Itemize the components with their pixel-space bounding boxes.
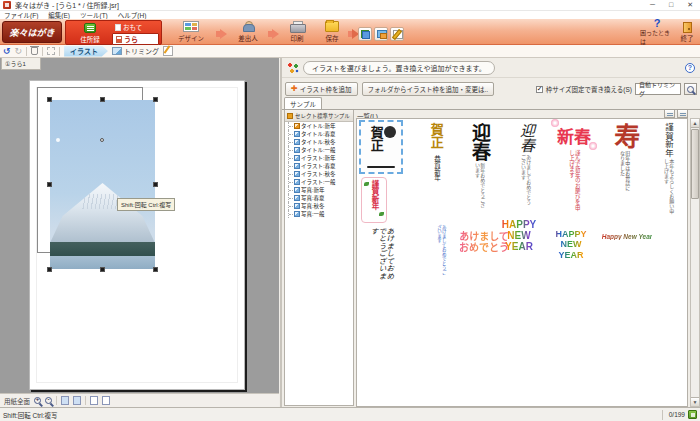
- resize-handle[interactable]: [153, 97, 158, 102]
- layout-button[interactable]: [374, 27, 388, 41]
- tree-item[interactable]: 写真:一般: [285, 210, 353, 218]
- scrollbar-thumb[interactable]: [691, 129, 699, 199]
- resize-handle[interactable]: [47, 267, 52, 272]
- category-icon: [294, 203, 300, 209]
- copy-page-icon[interactable]: [102, 396, 110, 405]
- category-icon: [294, 139, 300, 145]
- scroll-up-icon[interactable]: ▲: [691, 119, 699, 128]
- trimming-icon: [112, 47, 122, 55]
- edit-pen-button[interactable]: [390, 27, 404, 41]
- help-button[interactable]: ? 困ったときは: [640, 21, 674, 43]
- tree-item[interactable]: 写真:春夏: [285, 194, 353, 202]
- gallery-scrollbar[interactable]: ▲ ▼: [690, 118, 700, 407]
- category-icon: [294, 211, 300, 217]
- resize-handle[interactable]: [100, 267, 105, 272]
- rotate-anchor[interactable]: [100, 138, 104, 142]
- tree-item[interactable]: イラスト:春夏: [285, 162, 353, 170]
- trimming-label: トリミング: [124, 46, 159, 56]
- tree-item[interactable]: イラスト:一般: [285, 178, 353, 186]
- add-page-icon[interactable]: [90, 396, 98, 405]
- tree-item[interactable]: 写真:新年: [285, 186, 353, 194]
- gallery-item[interactable]: あけましておめでとうございます: [363, 227, 399, 287]
- add-frame-label: イラスト枠を追加: [300, 84, 352, 94]
- resize-handle[interactable]: [100, 97, 105, 102]
- workflow-arrow-icon: [220, 29, 227, 39]
- trimming-button[interactable]: トリミング: [112, 46, 159, 56]
- rotate-right-icon[interactable]: [73, 396, 81, 405]
- edit-toolbar: ↺ ↻ イラスト トリミング: [0, 45, 700, 58]
- fixed-size-checkbox[interactable]: [536, 86, 543, 93]
- tree-item[interactable]: イラスト:新年: [285, 154, 353, 162]
- save-label: 保存: [326, 33, 339, 43]
- sender-button[interactable]: 差出人: [230, 21, 266, 43]
- view-small-button[interactable]: [664, 109, 675, 118]
- add-frame-button[interactable]: ✚ イラスト枠を追加: [285, 82, 358, 96]
- gallery-item[interactable]: HAPPY NEW YEAR: [545, 229, 597, 259]
- minimize-button[interactable]: ─: [650, 1, 655, 9]
- leaf-icon: [379, 212, 384, 216]
- print-button[interactable]: 印刷: [281, 21, 313, 43]
- resize-handle[interactable]: [153, 182, 158, 187]
- gallery-item[interactable]: 賀正 恭賀新年: [421, 123, 451, 235]
- scroll-down-icon[interactable]: ▼: [691, 397, 699, 406]
- undo-icon[interactable]: ↺: [3, 47, 11, 56]
- gallery-item[interactable]: 謹賀新年 本年もよろしくお願い申し上げます: [651, 123, 685, 235]
- tree-item-title-newyear[interactable]: タイトル:新年: [285, 122, 353, 130]
- preview-magnifier-button[interactable]: [684, 83, 697, 95]
- question-icon: ?: [654, 18, 661, 28]
- overlap-pages-button[interactable]: [358, 27, 372, 41]
- gallery-item[interactable]: あけましておめでとうございます: [435, 225, 446, 279]
- pen-icon[interactable]: [163, 46, 173, 56]
- tree-item[interactable]: 写真:秋冬: [285, 202, 353, 210]
- address-book-icon: [84, 23, 96, 33]
- illustration-gallery: 賀正 賀正 恭賀新年 迎春 新年おめでとうございます 迎春 あけましておめでとう…: [356, 118, 688, 407]
- save-button[interactable]: 保存: [316, 21, 348, 43]
- tree-item[interactable]: タイトル:春夏: [285, 130, 353, 138]
- maximize-button[interactable]: □: [669, 1, 673, 9]
- zoom-in-icon[interactable]: +: [34, 397, 41, 404]
- redo-icon[interactable]: ↻: [15, 47, 23, 56]
- drag-tooltip: Shift:回転 Ctrl:複写: [117, 198, 175, 211]
- design-button[interactable]: デザイン: [170, 21, 212, 43]
- tree-item[interactable]: タイトル:一般: [285, 146, 353, 154]
- gallery-item[interactable]: 新春 謹んで新年のお慶びを申し上げます: [549, 123, 599, 235]
- zoom-out-icon[interactable]: -: [45, 397, 52, 404]
- panel-help-icon[interactable]: ?: [685, 63, 695, 73]
- category-icon: [294, 187, 300, 193]
- leaf-icon: [364, 182, 369, 186]
- back-side-tab[interactable]: うら: [112, 33, 159, 45]
- magnifier-icon: [687, 86, 694, 93]
- delete-icon[interactable]: [31, 47, 38, 55]
- status-hint: Shift:回転 Ctrl:複写: [3, 410, 58, 420]
- resize-handle[interactable]: [153, 267, 158, 272]
- app-logo: 楽々はがき: [2, 21, 62, 43]
- photo-frame[interactable]: [50, 100, 155, 269]
- gallery-item[interactable]: 寿 旧年中はお世話になりました: [605, 123, 643, 235]
- resize-handle[interactable]: [47, 182, 52, 187]
- address-book-button[interactable]: 住所録: [68, 22, 112, 44]
- add-from-folder-button[interactable]: フォルダからイラスト枠を追加・変更は..: [362, 82, 494, 96]
- tree-item[interactable]: タイトル:秋冬: [285, 138, 353, 146]
- page-tab[interactable]: ①うら1: [1, 58, 41, 70]
- resize-handle[interactable]: [47, 97, 52, 102]
- select-frame-icon[interactable]: [47, 47, 55, 55]
- close-button[interactable]: ✕: [687, 1, 693, 9]
- category-icon: [294, 171, 300, 177]
- edit-pen-icon: [393, 30, 402, 39]
- gallery-item-selected[interactable]: 賀正: [359, 120, 403, 174]
- gallery-item[interactable]: 迎春 新年おめでとうございます: [457, 123, 501, 235]
- fit-page-button[interactable]: 用紙全面: [4, 396, 30, 406]
- rotate-left-icon[interactable]: [61, 396, 69, 405]
- tab-illustration[interactable]: イラスト: [64, 46, 108, 57]
- front-side-tab[interactable]: おもて: [112, 22, 159, 32]
- back-page-icon: [116, 36, 122, 43]
- design-icon: [183, 21, 199, 32]
- gallery-item[interactable]: HAPPY NEW YEAR: [497, 219, 541, 271]
- flower-icon: [589, 142, 597, 150]
- gallery-item[interactable]: Happy New Year: [601, 233, 653, 247]
- tree-item[interactable]: イラスト:秋冬: [285, 170, 353, 178]
- trim-mode-dropdown[interactable]: 自動トリミング: [635, 83, 681, 95]
- exit-button[interactable]: 終了: [675, 21, 699, 43]
- view-large-button[interactable]: [677, 109, 688, 118]
- gallery-item[interactable]: 謹賀新年: [361, 177, 387, 223]
